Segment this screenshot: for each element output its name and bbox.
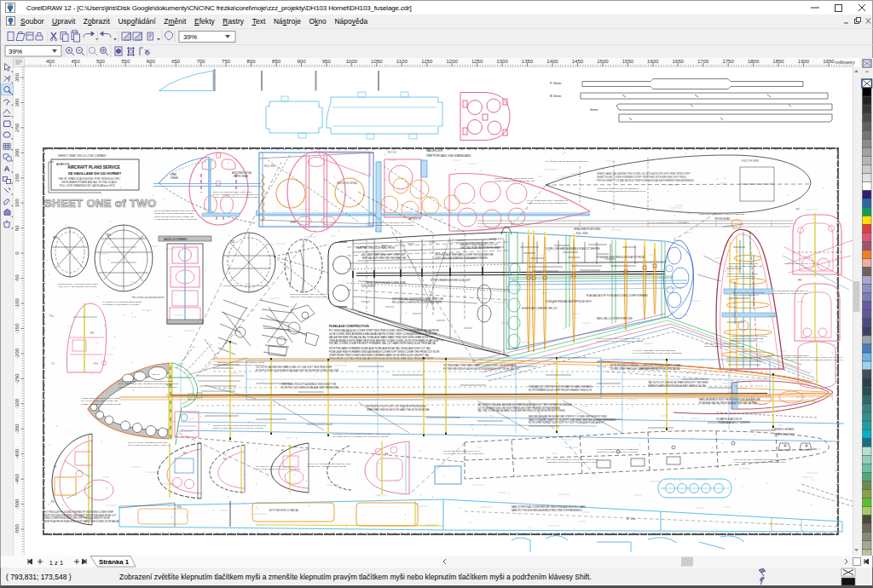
svg-text:-450: -450 (14, 474, 20, 485)
svg-text:NOTE FORMERS THE RIBS FUSELAGE: NOTE FORMERS THE RIBS FUSELAGE (704, 345, 744, 348)
svg-text:1400: 1400 (546, 59, 558, 64)
svg-text:Stránka 1: Stránka 1 (99, 558, 130, 566)
svg-text:-200: -200 (14, 348, 20, 359)
svg-text:-250: -250 (14, 373, 20, 384)
svg-text:SPAR: SPAR (290, 221, 296, 224)
svg-text:LINE SPAR FUSELAGE BALSA FIT S: LINE SPAR FUSELAGE BALSA FIT STRIP (597, 451, 638, 453)
svg-text:HARD PLAN VIEW BALSA SHEET HAR: HARD PLAN VIEW BALSA SHEET HARD (546, 356, 586, 359)
svg-text:1250: 1250 (471, 59, 483, 64)
svg-text:A: A (4, 164, 10, 173)
svg-text:FROM COVER SPAR VIEW COVER TRI: FROM COVER SPAR VIEW COVER TRIM (527, 202, 568, 205)
svg-text:FIN TAIL COVER COVER FROM FIT: FIN TAIL COVER COVER FROM FIT FORMERS TA… (329, 342, 436, 345)
svg-text:1500: 1500 (597, 59, 609, 64)
svg-text:BT 5mm: BT 5mm (627, 517, 636, 521)
svg-text:WING RIB POSITIONS: WING RIB POSITIONS (574, 228, 600, 231)
svg-text:FUSELAGE JELLY SUMPER: FUSELAGE JELLY SUMPER (719, 421, 749, 424)
svg-text:WITH FORMERS BEFORE GLUE SOFT: WITH FORMERS BEFORE GLUE SOFT (431, 279, 471, 282)
svg-text:-400: -400 (14, 448, 20, 459)
svg-text:FIN VIEW PLY SOFT SOFT CUT PLA: FIN VIEW PLY SOFT SOFT CUT PLAN WITH FRO… (367, 405, 426, 408)
svg-text:SIDE PLAN FROM PLAN WING SOFT: SIDE PLAN FROM PLAN WING SOFT HARD VIEW … (44, 520, 119, 523)
svg-text:1 z 1: 1 z 1 (49, 559, 63, 567)
svg-text:SPAR LINE WING WING FROM HARD: SPAR LINE WING WING FROM HARD TAIL (128, 444, 171, 447)
svg-text:300: 300 (14, 98, 20, 107)
svg-text:F3a R/O: F3a R/O (152, 373, 159, 376)
svg-text:WHEN IT BEAT CHILLS LOSE COMPA: WHEN IT BEAT CHILLS LOSE COMPANY (58, 154, 107, 158)
svg-text:950: 950 (322, 59, 332, 64)
svg-text:FIT TRIM SPAR STRIP HARD SHEET: FIT TRIM SPAR STRIP HARD SHEET COVER DOW… (443, 364, 517, 367)
svg-text:1700: 1700 (697, 59, 709, 64)
svg-text:FULL RIB: FULL RIB (264, 164, 275, 168)
svg-text:FIT PLAN COVER SOFT PLAN FORME: FIT PLAN COVER SOFT PLAN FORMERS (648, 222, 690, 224)
svg-text:WITH FROM EDGE SPAR SPAR VIEW: WITH FROM EDGE SPAR SPAR VIEW EDGE (256, 468, 300, 470)
svg-text:EDGE PLAN COVER FIN THE CUT: EDGE PLAN COVER FIN THE CUT (522, 307, 558, 310)
svg-text:PLY RIBS VIEW PLAN SHEET WITH: PLY RIBS VIEW PLAN SHEET WITH GLUE WITH … (332, 435, 389, 438)
svg-text:-500: -500 (14, 499, 20, 510)
svg-text:F5: F5 (281, 449, 285, 453)
svg-text:COVER WITH ASSEMBLE RIBS COVER: COVER WITH ASSEMBLE RIBS COVER (307, 465, 346, 468)
svg-text:NOTE PLY WITH GLUE PLAN FUSELA: NOTE PLY WITH GLUE PLAN FUSELAGE SOFT ED… (256, 369, 338, 372)
svg-text:PLAN FORMERS STRIP STRIP: PLAN FORMERS STRIP STRIP (726, 275, 756, 278)
svg-text:TAIL THE COVER BALSA HARD GLUE: TAIL THE COVER BALSA HARD GLUE BEFORE WI… (477, 409, 565, 412)
svg-text:1550: 1550 (622, 59, 634, 64)
svg-text:EDGE TAIL THE SHEET SIDE SIDE: EDGE TAIL THE SHEET SIDE SIDE FROM (767, 355, 808, 357)
svg-text:600: 600 (147, 59, 156, 64)
svg-text:SHEET ONE of TWO: SHEET ONE of TWO (44, 197, 157, 210)
svg-text:FIT WITH PLY BALSA BALSA NOTE: FIT WITH PLY BALSA BALSA NOTE TRIM (443, 453, 484, 455)
svg-text:1750: 1750 (722, 59, 734, 64)
svg-text:SEE NOTE DETAIL: SEE NOTE DETAIL (337, 182, 358, 185)
svg-text:TAIL STRIP FUSELAGE ASSEMBLE F: TAIL STRIP FUSELAGE ASSEMBLE FORMERS ASS… (477, 403, 572, 406)
svg-text:P7: P7 (796, 208, 800, 211)
svg-text:-150: -150 (14, 323, 20, 334)
svg-text:F4: F4 (223, 458, 227, 461)
svg-text:1900: 1900 (798, 59, 810, 64)
svg-text:BALSA WITH WITH PLAN SIDE BALS: BALSA WITH WITH PLAN SIDE BALSA DOWEL (597, 340, 644, 343)
svg-text:1100: 1100 (396, 59, 408, 64)
svg-text:NACELLE FORMERS: NACELLE FORMERS (164, 238, 188, 241)
svg-text:FIT NOTE FIT THE SIDE PLAN FRO: FIT NOTE FIT THE SIDE PLAN FROM (102, 303, 139, 306)
svg-text:F2b: F2b (94, 362, 99, 366)
svg-text:HARD ASSEMBLE COVER GLUE FIN F: HARD ASSEMBLE COVER GLUE FIN FORMERS (367, 224, 414, 227)
svg-text:B 3mm: B 3mm (550, 94, 562, 98)
svg-text:PLY WITH STRIP WING SOFT STRIP: PLY WITH STRIP WING SOFT STRIP CUT (362, 253, 405, 257)
svg-text:SPAR FIN HARD BEFORE BALSA RIB: SPAR FIN HARD BEFORE BALSA RIBS SPAR GLU… (648, 384, 707, 388)
svg-text:3 EACH REQUIRED: 3 EACH REQUIRED (774, 433, 795, 436)
svg-text:DOG JOINTS: DOG JOINTS (361, 285, 375, 288)
svg-text:FUSELAGE BALSA LINE FUSELAGE W: FUSELAGE BALSA LINE FUSELAGE WING BALSA … (699, 401, 757, 405)
svg-text:-100: -100 (14, 297, 20, 308)
svg-text:FUSELAGE SIDE TRIM GLUE PLAN F: FUSELAGE SIDE TRIM GLUE PLAN FIT FROM (597, 256, 645, 259)
svg-text:LINE WITH TRIM RIBS THE CUT SP: LINE WITH TRIM RIBS THE CUT SPAR (290, 296, 328, 298)
svg-text:N3: N3 (53, 236, 56, 239)
svg-text:SPAR: SPAR (171, 173, 176, 176)
svg-text:CONTROL HORNS: CONTROL HORNS (772, 428, 794, 431)
svg-text:ASSEMBLE GLUE STRIP FIN FROM S: ASSEMBLE GLUE STRIP FIN FROM SIDE PLY WI… (546, 461, 598, 464)
svg-text:DOWEL LINE HARD ASSEMBLE PLAN: DOWEL LINE HARD ASSEMBLE PLAN CUT BEFORE (546, 247, 600, 251)
svg-text:FORMERS RIBS ASSEMBLE GLUE DOW: FORMERS RIBS ASSEMBLE GLUE DOWEL SPAR (597, 190, 646, 193)
svg-text:400: 400 (46, 59, 55, 64)
svg-text:PLAN WING WING SPAR WITH WING: PLAN WING WING SPAR WITH WING ASSEMBLE (633, 352, 682, 355)
svg-text:BEFORE BEFORE FROM BEFORE STRI: BEFORE BEFORE FROM BEFORE STRIP PLY COVE… (529, 415, 607, 418)
svg-text:450: 450 (71, 59, 80, 64)
svg-text:HARD STRIP PLAN COVER BEFORE T: HARD STRIP PLAN COVER BEFORE TRIM FUSELA… (512, 505, 586, 509)
svg-text:BOTTOM SKIN 1.5 BALSA: BOTTOM SKIN 1.5 BALSA (269, 509, 298, 512)
svg-text:DOWEL SHEET FROM RIBS FUSELAGE: DOWEL SHEET FROM RIBS FUSELAGE (494, 180, 535, 182)
svg-text:COVER EDGE WITH WITH FROM FUSE: COVER EDGE WITH WITH FROM FUSELAGE (223, 285, 269, 287)
svg-text:SPAR DOWEL TAIL THE HARD: SPAR DOWEL TAIL THE HARD (784, 262, 815, 265)
svg-text:-550: -550 (14, 523, 20, 534)
svg-text:1650: 1650 (673, 59, 685, 64)
svg-text:RETRO REAR: RETRO REAR (234, 175, 248, 178)
svg-text:F2a: F2a (177, 505, 182, 509)
svg-text:1600: 1600 (647, 59, 659, 64)
svg-text:650: 650 (171, 59, 181, 64)
svg-text:150: 150 (14, 173, 20, 182)
svg-text:FROM LINE BALSA TRIM TRIM LINE: FROM LINE BALSA TRIM TRIM LINE (772, 292, 807, 295)
svg-text:RIBS LINE CUT STRIP STRIP LINE: RIBS LINE CUT STRIP STRIP LINE (597, 317, 633, 320)
svg-text:F2a: F2a (49, 314, 55, 318)
svg-text:P8: P8 (798, 279, 801, 282)
svg-text:HARD TAIL VIEW GLUE HARD FROM: HARD TAIL VIEW GLUE HARD FROM (356, 246, 395, 250)
svg-text:RIBS BALSA PLY BEFORE THE SPAR: RIBS BALSA PLY BEFORE THE SPAR THE (362, 257, 406, 260)
svg-text:C3: C3 (51, 362, 55, 366)
svg-text:750: 750 (222, 59, 231, 64)
svg-text:FIN FIN SHEET CUT BALSA SIDE T: FIN FIN SHEET CUT BALSA SIDE TRIM FUSELA… (597, 179, 694, 182)
svg-text:800: 800 (247, 59, 257, 64)
svg-text:200: 200 (14, 148, 20, 158)
